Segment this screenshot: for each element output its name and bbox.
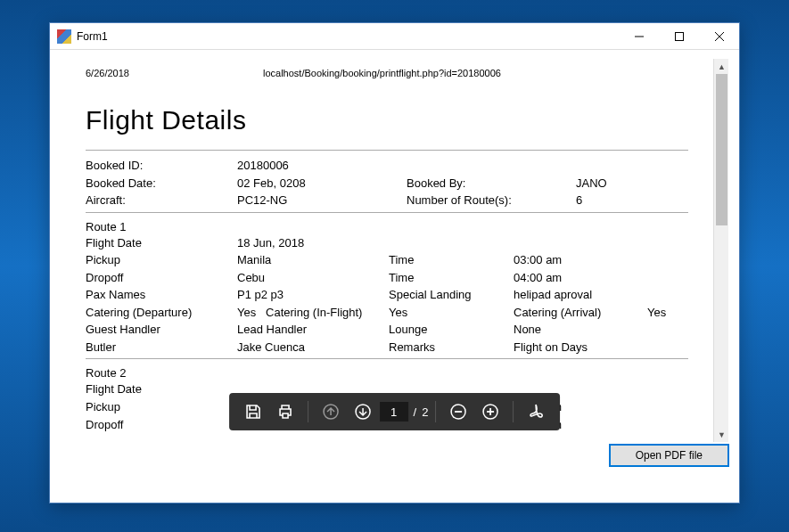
value-pax: P1 p2 p3 [237, 287, 389, 303]
label-aircraft: Aircraft: [86, 192, 237, 209]
divider [86, 150, 688, 151]
toolbar-separator [308, 401, 308, 422]
label-dropoff: Dropoff [86, 417, 237, 433]
zoom-out-icon[interactable] [443, 397, 473, 427]
print-date: 6/26/2018 [86, 68, 129, 78]
value-booked-date: 02 Feb, 0208 [237, 176, 407, 192]
scroll-down-icon[interactable]: ▼ [714, 427, 728, 442]
value-catering-arr: Yes [647, 305, 701, 321]
label-catering-arr: Catering (Arrival) [514, 305, 647, 321]
open-pdf-button[interactable]: Open PDF file [610, 445, 728, 466]
page-sep: / [414, 405, 417, 419]
value-catering-inflight: Yes [389, 305, 514, 321]
content-area: 6/26/2018 localhost/Booking/booking/prin… [50, 50, 739, 473]
document: 6/26/2018 localhost/Booking/booking/prin… [61, 59, 713, 432]
value-butler: Jake Cuenca [237, 340, 389, 356]
vertical-scrollbar[interactable]: ▲ ▼ [713, 59, 728, 442]
label-booked-date: Booked Date: [86, 176, 237, 192]
label-booked-by: Booked By: [407, 176, 576, 192]
toolbar-separator [435, 401, 436, 422]
divider [86, 358, 688, 359]
value-booked-id: 20180006 [237, 158, 407, 174]
pdf-toolbar: / 2 [229, 393, 561, 430]
label-num-routes: Number of Route(s): [407, 192, 576, 209]
label-remarks: Remarks [389, 340, 514, 356]
value-pickup: Manila [237, 252, 389, 268]
label-special-landing: Special Landing [389, 287, 514, 303]
value-catering-dep: Yes Catering (In-Flight) [237, 305, 389, 321]
value-flight-date: 18 Jun, 2018 [237, 235, 389, 251]
scroll-thumb[interactable] [716, 74, 727, 225]
page-title: Flight Details [86, 105, 688, 135]
window-title: Form1 [77, 30, 619, 43]
label-lounge: Lounge [389, 322, 514, 338]
label-booked-id: Booked ID: [86, 158, 237, 174]
print-icon[interactable] [270, 397, 300, 427]
label-catering-dep: Catering (Departure) [86, 305, 237, 321]
booking-info: Booked ID: 20180006 Booked Date: 02 Feb,… [86, 158, 688, 209]
zoom-in-icon[interactable] [475, 397, 505, 427]
label-time: Time [389, 252, 514, 268]
scroll-up-icon[interactable]: ▲ [714, 59, 728, 74]
app-icon [57, 29, 71, 44]
window-controls [619, 23, 739, 49]
route-name: Route 1 [86, 220, 688, 233]
maximize-button[interactable] [659, 23, 699, 49]
label-pickup: Pickup [86, 252, 237, 268]
label-flight-date: Flight Date [86, 381, 237, 397]
value-guest-handler: Lead Handler [237, 322, 389, 338]
label-flight-date: Flight Date [86, 235, 237, 251]
value-pickup-time: 03:00 am [514, 252, 647, 268]
value-lounge: None [514, 322, 647, 338]
route-section: Route 1 Flight Date 18 Jun, 2018 Pickup … [86, 220, 688, 356]
label-butler: Butler [86, 340, 237, 356]
divider [86, 212, 688, 213]
label-guest-handler: Guest Handler [86, 322, 237, 338]
value-dropoff-time: 04:00 am [514, 270, 647, 286]
print-url: localhost/Booking/booking/printflight.ph… [263, 68, 501, 78]
svg-rect-1 [675, 32, 683, 40]
value-remarks: Flight on Days [514, 340, 647, 356]
app-window: Form1 6/26/2018 localhost/Booking/bookin… [49, 22, 740, 503]
document-viewer: 6/26/2018 localhost/Booking/booking/prin… [61, 59, 728, 442]
minimize-button[interactable] [619, 23, 659, 49]
route-name: Route 2 [86, 366, 688, 380]
page-down-icon[interactable] [348, 397, 378, 427]
acrobat-icon[interactable] [521, 397, 551, 427]
page-up-icon[interactable] [316, 397, 346, 427]
print-header: 6/26/2018 localhost/Booking/booking/prin… [86, 68, 688, 78]
label-pickup: Pickup [86, 399, 237, 415]
save-icon[interactable] [238, 397, 268, 427]
close-button[interactable] [699, 23, 739, 49]
toolbar-separator [513, 401, 514, 422]
page-indicator: / 2 [380, 402, 429, 422]
value-booked-by: JANO [576, 176, 688, 192]
label-dropoff: Dropoff [86, 270, 237, 286]
value-num-routes: 6 [576, 192, 688, 209]
label-time: Time [389, 270, 514, 286]
page-input[interactable] [380, 402, 408, 422]
value-special-landing: helipad aproval [514, 287, 647, 303]
value-aircraft: PC12-NG [237, 192, 407, 209]
label-pax: Pax Names [86, 287, 237, 303]
page-total: 2 [422, 405, 428, 419]
value-dropoff: Cebu [237, 270, 389, 286]
titlebar: Form1 [50, 23, 739, 50]
